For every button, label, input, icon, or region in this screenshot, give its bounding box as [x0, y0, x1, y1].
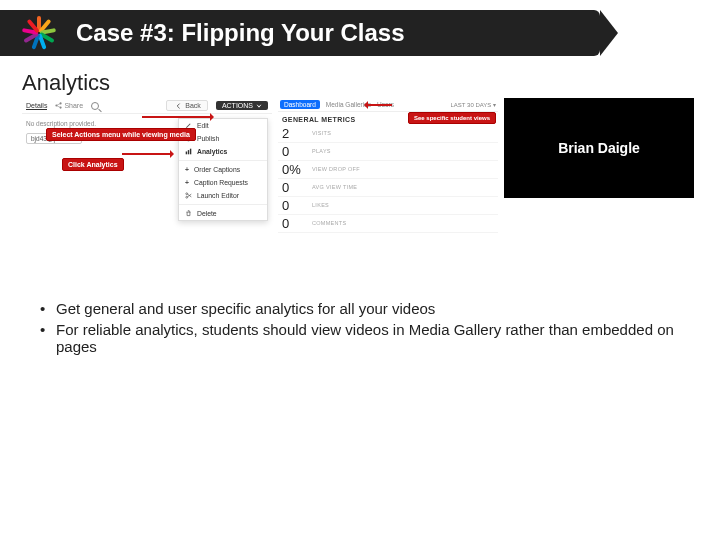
- svg-point-2: [60, 107, 62, 109]
- dropdown-delete[interactable]: Delete: [179, 207, 267, 220]
- metric-row-plays: 0PLAYS: [278, 143, 498, 161]
- video-title-overlay: Brian Daigle: [558, 140, 640, 156]
- svg-rect-5: [188, 150, 189, 154]
- slide-title: Case #3: Flipping Your Class: [76, 19, 405, 47]
- svg-point-1: [60, 102, 62, 104]
- svg-rect-6: [190, 149, 191, 155]
- dropdown-launch-editor[interactable]: Launch Editor: [179, 189, 267, 202]
- dropdown-caption-requests[interactable]: + Caption Requests: [179, 176, 267, 189]
- arrow-to-analytics-icon: [122, 153, 172, 155]
- share-icon: [55, 102, 62, 109]
- share-tab[interactable]: Share: [55, 102, 83, 109]
- scissors-icon: [185, 192, 192, 199]
- callout-see-student-views: See specific student views: [408, 112, 496, 124]
- date-range[interactable]: LAST 30 DAYS ▾: [451, 101, 496, 108]
- kaltura-logo-icon: [22, 16, 56, 50]
- bullet-item: For reliable analytics, students should …: [40, 321, 680, 355]
- slide-header: Case #3: Flipping Your Class: [0, 10, 600, 56]
- dropdown-analytics[interactable]: Analytics: [179, 145, 267, 158]
- trash-icon: [185, 210, 192, 217]
- metric-row-avg: 0AVG VIEW TIME: [278, 179, 498, 197]
- callout-click-analytics: Click Analytics: [62, 158, 124, 171]
- back-button[interactable]: Back: [166, 100, 208, 111]
- plus-icon: +: [185, 166, 189, 173]
- details-tab[interactable]: Details: [26, 102, 47, 110]
- metric-row-comments: 0COMMENTS: [278, 215, 498, 233]
- bar-chart-icon: [185, 148, 192, 155]
- metric-row-drop: 0%VIEW DROP OFF: [278, 161, 498, 179]
- plus-icon: +: [185, 179, 189, 186]
- metric-row-visits: 2VISITS: [278, 125, 498, 143]
- screenshot-media-actions: Details Share Back ACTIONS No descriptio…: [22, 98, 272, 278]
- bullet-list: Get general and user specific analytics …: [40, 300, 680, 359]
- tab-dashboard[interactable]: Dashboard: [280, 100, 320, 109]
- header-tail-shape: [600, 10, 618, 56]
- screenshot-analytics-dashboard: Dashboard Media Galleries Users LAST 30 …: [278, 98, 498, 278]
- section-title: Analytics: [22, 70, 110, 96]
- screenshots-row: Details Share Back ACTIONS No descriptio…: [22, 98, 704, 278]
- search-icon[interactable]: [91, 102, 99, 110]
- bullet-item: Get general and user specific analytics …: [40, 300, 680, 317]
- callout-select-actions: Select Actions menu while viewing media: [46, 128, 196, 141]
- svg-rect-4: [186, 152, 187, 155]
- chevron-down-icon: [256, 103, 262, 109]
- actions-button[interactable]: ACTIONS: [216, 101, 268, 110]
- metric-row-likes: 0LIKES: [278, 197, 498, 215]
- screenshot-video-thumbnail: Brian Daigle: [504, 98, 694, 198]
- arrow-to-actions-icon: [142, 116, 212, 118]
- dropdown-order-captions[interactable]: + Order Captions: [179, 163, 267, 176]
- arrow-to-users-icon: [366, 104, 392, 106]
